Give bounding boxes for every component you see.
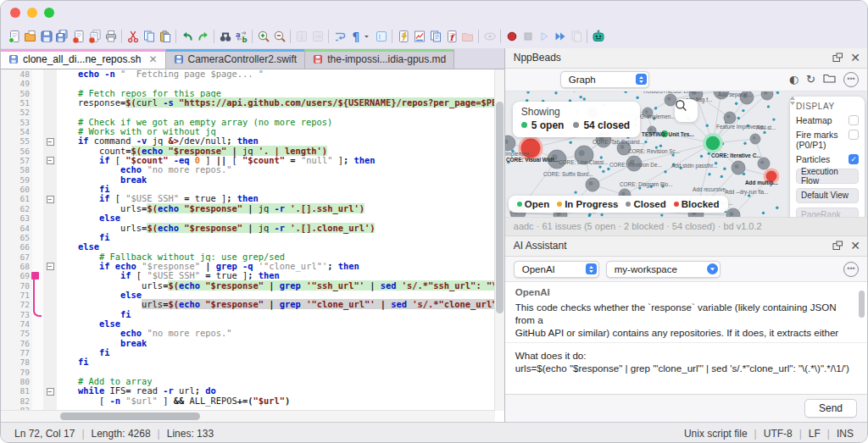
ai-response-area[interactable]: OpenAI This code checks whether the `res… — [505, 282, 867, 342]
minimize-window-button[interactable] — [27, 8, 37, 18]
fold-margin[interactable] — [43, 185, 57, 194]
fold-margin[interactable] — [43, 79, 57, 88]
horizontal-scroll-thumb[interactable] — [60, 413, 200, 420]
fold-margin[interactable]: − — [43, 262, 57, 271]
fold-collapse-icon[interactable]: − — [47, 157, 54, 164]
view-select-execution-flow[interactable]: Execution Flow — [796, 169, 859, 184]
issue-dependency-graph[interactable]: ROBUSTNESS: Error...Add --lines flag ...… — [505, 91, 867, 219]
doc-list-button[interactable] — [427, 29, 443, 45]
view-select-default-view[interactable]: Default View — [796, 188, 859, 203]
fold-margin[interactable] — [43, 147, 57, 156]
bookmark-margin[interactable] — [32, 357, 43, 367]
fold-margin[interactable] — [43, 175, 57, 185]
bookmark-margin[interactable] — [32, 89, 43, 98]
fold-collapse-icon[interactable]: − — [47, 263, 54, 270]
fold-margin[interactable] — [43, 396, 57, 406]
fold-margin[interactable]: − — [43, 156, 57, 165]
bookmark-margin[interactable] — [32, 233, 43, 242]
fold-margin[interactable] — [43, 357, 57, 367]
bookmark-margin[interactable] — [32, 69, 43, 79]
refresh-icon[interactable]: ↻ — [806, 73, 815, 86]
bookmark-margin[interactable] — [32, 224, 43, 233]
graph-search-button[interactable] — [675, 99, 698, 122]
fold-margin[interactable] — [43, 291, 57, 300]
code-editor[interactable]: 48 echo -n " Fetching page $page... "495… — [1, 69, 504, 422]
checkbox[interactable]: ✓ — [849, 154, 859, 164]
eol-mode[interactable]: LF — [809, 428, 821, 440]
bookmark-margin[interactable] — [32, 156, 43, 165]
ai-prompt-input[interactable]: What does it do: urls=$(echo "$response"… — [505, 343, 867, 396]
tab-1[interactable]: clone_all_di...ne_repos.sh✕ — [1, 49, 166, 69]
bookmark-margin[interactable] — [32, 194, 43, 203]
ai-more-options-icon[interactable]: ••• — [843, 262, 859, 277]
bookmark-margin[interactable] — [32, 147, 43, 156]
file-type[interactable]: Unix script file — [684, 428, 748, 440]
bookmark-margin[interactable] — [32, 368, 43, 377]
fold-collapse-icon[interactable]: − — [47, 388, 54, 396]
bookmark-margin[interactable] — [32, 204, 43, 213]
undock-panel-icon[interactable] — [832, 53, 843, 63]
save-all-button[interactable] — [54, 29, 70, 45]
print-button[interactable] — [103, 29, 119, 45]
fold-margin[interactable] — [43, 242, 57, 252]
close-button[interactable] — [70, 29, 86, 45]
fold-margin[interactable] — [43, 300, 57, 309]
folder-icon[interactable] — [823, 73, 836, 86]
bookmark-margin[interactable] — [32, 262, 43, 271]
fold-margin[interactable] — [43, 377, 57, 386]
fold-margin[interactable] — [43, 368, 57, 377]
paste-button[interactable] — [157, 29, 173, 45]
indent-guide-button[interactable] — [373, 29, 389, 45]
bookmark-margin[interactable] — [32, 108, 43, 117]
replace-button[interactable]: ab — [233, 29, 249, 45]
close-ai-panel-icon[interactable]: ✕ — [850, 239, 860, 252]
bookmark-margin[interactable] — [32, 329, 43, 338]
fold-margin[interactable] — [43, 348, 57, 357]
find-button[interactable] — [217, 29, 233, 45]
fold-margin[interactable] — [43, 329, 57, 338]
fold-margin[interactable] — [43, 233, 57, 242]
editor-vertical-scrollbar[interactable] — [494, 69, 504, 411]
close-panel-icon[interactable]: ✕ — [850, 51, 860, 64]
maximize-window-button[interactable] — [44, 8, 54, 18]
undock-ai-panel-icon[interactable] — [832, 241, 843, 251]
checkbox[interactable] — [849, 115, 859, 125]
record-macro-button[interactable] — [504, 29, 520, 45]
fold-margin[interactable] — [43, 310, 57, 319]
fold-margin[interactable] — [43, 165, 57, 174]
bookmark-margin[interactable] — [32, 377, 43, 386]
fold-margin[interactable] — [43, 127, 57, 136]
fold-margin[interactable]: − — [43, 386, 57, 396]
bookmark-margin[interactable] — [32, 396, 43, 406]
fold-margin[interactable] — [43, 213, 57, 223]
code-text-area[interactable]: 48 echo -n " Fetching page $page... "495… — [1, 69, 495, 411]
caret-down-icon[interactable] — [364, 29, 373, 45]
bookmark-margin[interactable] — [32, 118, 43, 127]
fold-margin[interactable] — [43, 69, 57, 79]
ai-workspace-select[interactable]: my-workspace — [606, 261, 721, 278]
save-button[interactable] — [38, 29, 54, 45]
redo-button[interactable] — [195, 29, 211, 45]
fold-margin[interactable] — [43, 339, 57, 348]
tab-2[interactable]: CameraController2.swift — [166, 49, 306, 69]
fold-margin[interactable]: − — [43, 136, 57, 146]
bookmark-margin[interactable] — [32, 319, 43, 329]
fold-collapse-icon[interactable]: − — [47, 196, 54, 203]
new-file-button[interactable] — [6, 29, 22, 45]
fold-margin[interactable] — [43, 98, 57, 108]
close-tab-icon[interactable]: ✕ — [148, 55, 157, 64]
fold-margin[interactable] — [43, 204, 57, 213]
fold-margin[interactable] — [43, 89, 57, 98]
zoom-in-button[interactable] — [255, 29, 271, 45]
ai-assistant-button[interactable] — [590, 29, 606, 45]
function-list-button[interactable]: f — [443, 29, 459, 45]
fold-margin[interactable] — [43, 271, 57, 280]
ai-content-scrollbar[interactable] — [859, 291, 865, 318]
editor-horizontal-scrollbar[interactable] — [1, 410, 495, 422]
bookmark-margin[interactable] — [32, 242, 43, 252]
word-wrap-button[interactable] — [331, 29, 348, 45]
bookmark-margin[interactable] — [32, 213, 43, 223]
send-button[interactable]: Send — [804, 399, 857, 418]
bookmark-margin[interactable] — [32, 79, 43, 88]
code-line-82[interactable]: 82 [ -n "$url" ] && ALL_REPOS+=("$url") — [1, 396, 495, 406]
